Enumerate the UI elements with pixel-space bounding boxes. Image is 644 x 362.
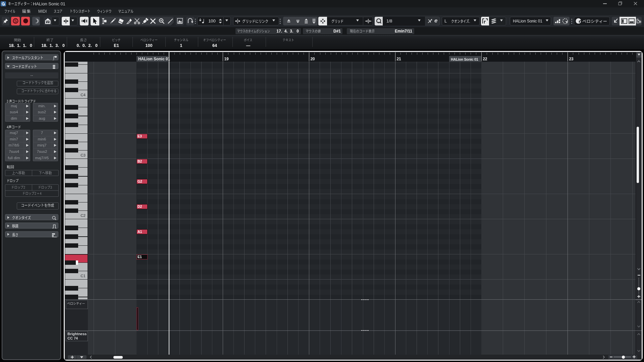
svg-text:S: S xyxy=(14,19,17,23)
